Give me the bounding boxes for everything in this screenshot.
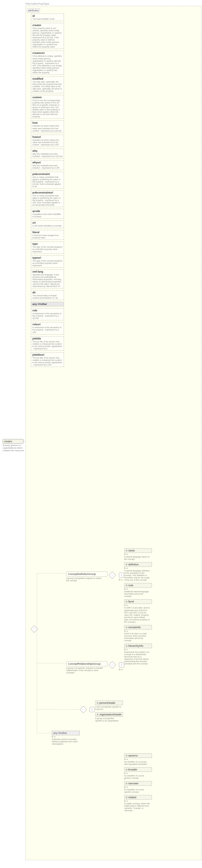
any-desc: Extension point for provider-defined pro… (52, 738, 78, 745)
attribute-custom[interactable]: customIf set to true the corresponding p… (31, 95, 64, 119)
attribute-id[interactable]: idThe local identifier of the (31, 13, 64, 21)
type-name: FlexAuthorPropType (26, 2, 201, 5)
attribute-role[interactable]: roleA refinement of the semantics of the… (31, 308, 64, 320)
attribute-howuri[interactable]: howuriIndicates by which means the value… (31, 135, 64, 147)
plus-icon: ⊞ (126, 563, 128, 566)
root-element: creator A party (person or organisation)… (3, 439, 24, 452)
child-item: ⊞ note0..∞Additional natural language in… (124, 583, 152, 597)
creator-element[interactable]: creator (3, 439, 24, 444)
element-broader[interactable]: ⊞ broader (124, 767, 152, 772)
attribute-name: id (32, 14, 63, 18)
child-item: ⊞ name0..∞A natural language name for th… (124, 548, 152, 560)
group-desc: A group of properties required to define… (66, 577, 104, 582)
attribute-name: why (32, 150, 63, 152)
attribute-type[interactable]: typeThe type of the concept assigned as … (31, 242, 64, 254)
child-item: ⊞ definition0..∞A natural language defin… (124, 562, 152, 581)
attribute-jobtitleuri[interactable]: jobtitleuriThe job title of the person w… (31, 352, 64, 367)
attribute-desc: A free-text value assigned as property v… (32, 234, 63, 239)
sequence-icon: ··· (79, 706, 87, 713)
element-remoteinfo[interactable]: ⊞ remoteInfo (124, 625, 152, 630)
group-label: ConceptDefinitionGroup (68, 572, 96, 576)
attribute-name: role (32, 309, 63, 312)
attribute-any---other[interactable]: any ##other (31, 302, 64, 306)
element-desc: A natural language name for the concept. (124, 556, 150, 560)
attribute-xml-lang[interactable]: xml:langSpecifies the language of this p… (31, 269, 64, 288)
plus-icon: ⊞ (126, 600, 128, 603)
occurrence: 0..∞ (124, 567, 152, 569)
element-definition[interactable]: ⊞ definition (124, 562, 152, 567)
organisation-details[interactable]: ⊞ organisationDetails (95, 712, 123, 717)
attribute-desc: If set to true the corresponding propert… (32, 99, 63, 118)
attribute-jobtitle[interactable]: jobtitleThe job title of the person who … (31, 336, 64, 351)
attribute-desc: If the attribute is empty, specifies whi… (32, 55, 63, 73)
occurrence: 0..∞ (124, 786, 152, 788)
plus-icon: ⊞ (97, 713, 99, 716)
org-details-item: ⊞ organisationDetails A group of propert… (95, 712, 123, 722)
child-item: ⊞ narrower0..∞An identifier of a more sp… (124, 781, 152, 793)
attribute-desc: A refinement of the semantics of the pro… (32, 327, 63, 333)
plus-icon: ⊞ (126, 626, 128, 629)
occurrence: 0..∞ (52, 736, 79, 738)
attribute-name: typeuri (32, 256, 63, 259)
attribute-literal[interactable]: literalA free-text value assigned as pro… (31, 230, 64, 240)
el-desc: A group of properties specific to an org… (95, 717, 121, 722)
attribute-creatoruri[interactable]: creatoruriIf the attribute is empty, spe… (31, 51, 64, 74)
element-desc: An identifier of a more generic concept. (124, 775, 150, 779)
attribute-desc: If the property value is not defined, sp… (32, 27, 63, 48)
occurrence: 0..∞ (124, 800, 152, 802)
group-box-crg[interactable]: ConceptRelationshipsGroup (66, 661, 107, 666)
attribute-modified[interactable]: modifiedThe date (and, optionally, the t… (31, 76, 64, 93)
element-sameas[interactable]: ⊞ sameAs (124, 753, 152, 758)
conn (24, 441, 26, 441)
attribute-desc: The type of the concept assigned as cont… (32, 260, 63, 267)
element-desc: An identifier of a concept with equivale… (124, 761, 150, 766)
element-narrower[interactable]: ⊞ narrower (124, 781, 152, 786)
person-details[interactable]: ⊞ personDetails (95, 701, 123, 705)
plus-icon: ⊞ (126, 584, 128, 587)
attribute-whyuri[interactable]: whyuriWhy the metadata has been included… (31, 160, 64, 170)
attribute-name: modified (32, 77, 63, 80)
attribute-name: dir (32, 291, 63, 294)
attribute-desc: The job title of the person who created … (32, 357, 63, 366)
plus-icon: ⊞ (126, 550, 128, 552)
group-desc: A group of properties required to indica… (66, 667, 104, 674)
attribute-pubconstrainturi[interactable]: pubconstrainturiOne or many constraints … (31, 190, 64, 207)
element-hierarchyinfo[interactable]: ⊞ hierarchyInfo (124, 644, 152, 648)
occurrence: 0..∞ (124, 758, 152, 760)
element-label: definition (128, 563, 139, 566)
attributes-header: attributes (27, 8, 40, 12)
attribute-desc: The date (and, optionally, the time) whe… (32, 81, 63, 92)
occurrence: 0..∞ (119, 579, 123, 581)
attribute-how[interactable]: howIndicates by which means the value wa… (31, 121, 64, 133)
attribute-pubconstraint[interactable]: pubconstraintOne or many constraints tha… (31, 172, 64, 189)
hconn (37, 709, 80, 710)
attribute-name: creatoruri (32, 52, 63, 55)
element-facet[interactable]: ⊞ facet (124, 599, 152, 604)
element-desc: Additional natural language information … (124, 591, 150, 597)
attribute-typeuri[interactable]: typeuriThe type of the concept assigned … (31, 255, 64, 268)
plus-icon: ⊞ (126, 782, 128, 785)
element-related[interactable]: ⊞ related (124, 795, 152, 800)
element-note[interactable]: ⊞ note (124, 583, 152, 588)
attribute-name: howuri (32, 135, 63, 138)
el-desc: A set of properties specific to a person (95, 706, 121, 710)
attribute-roleuri[interactable]: roleuriA refinement of the semantics of … (31, 322, 64, 334)
attribute-desc: The type of the concept assigned as cont… (32, 246, 63, 253)
attribute-why[interactable]: whyWhy the metadata has been included - … (31, 149, 64, 158)
element-label: broader (128, 768, 137, 771)
attribute-qcode[interactable]: qcodeA qualified code which identifies a… (31, 209, 64, 219)
hconn (37, 733, 51, 733)
attribute-creator[interactable]: creatorIf the property value is not defi… (31, 23, 64, 49)
element-desc: An identifier of a more specific concept… (124, 788, 150, 793)
element-desc: A link to an item or a web resource whic… (124, 632, 150, 642)
concept-relationships-group: ConceptRelationshipsGroup A group of pro… (66, 661, 107, 674)
element-name[interactable]: ⊞ name (124, 548, 152, 553)
group-box-cdg[interactable]: ConceptDefinitionGroup (66, 571, 107, 577)
plus-icon: ⊞ (126, 796, 128, 799)
occurrence: 0..∞ (124, 630, 152, 632)
any-other-element[interactable]: any ##other (52, 731, 79, 735)
attribute-dir[interactable]: dirThe directionality of textual content… (31, 290, 64, 300)
attribute-desc: The local identifier of the (32, 18, 63, 20)
element-label: hierarchyInfo (128, 644, 143, 647)
attribute-uri[interactable]: uriA URI which identifies a concept. (31, 220, 64, 228)
